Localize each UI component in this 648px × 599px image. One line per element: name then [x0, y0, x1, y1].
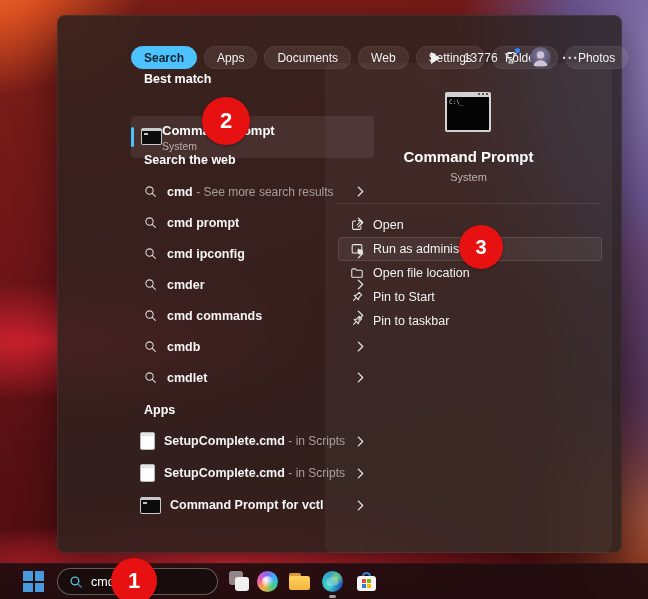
- app-result-text: SetupComplete.cmd - in Scripts: [164, 434, 345, 448]
- taskbar: cmd: [0, 563, 648, 599]
- annotation-step-1: 1: [111, 558, 157, 599]
- search-icon: [144, 185, 157, 198]
- apps-section-header: Apps: [144, 403, 175, 417]
- search-icon: [144, 247, 157, 260]
- best-match-subtitle: System: [162, 140, 197, 152]
- selection-accent-bar: [131, 127, 134, 147]
- play-icon[interactable]: [431, 52, 440, 64]
- app-result-text: Command Prompt for vctl: [170, 498, 324, 512]
- command-prompt-icon: [140, 497, 161, 514]
- suggestion-text: cmdb: [167, 340, 200, 354]
- desktop: { "filter_tabs": [ { "label": "Search", …: [0, 0, 648, 599]
- action-pin-to-taskbar[interactable]: Pin to taskbar: [338, 309, 602, 333]
- tab-apps[interactable]: Apps: [204, 46, 257, 69]
- best-match-header: Best match: [144, 72, 211, 86]
- microsoft-store-icon[interactable]: [356, 571, 377, 592]
- suggestion-text: cmd prompt: [167, 216, 239, 230]
- search-icon: [144, 216, 157, 229]
- running-indicator: [329, 595, 336, 598]
- search-icon: [144, 340, 157, 353]
- action-label: Open: [373, 218, 404, 232]
- cmd-file-icon: [140, 432, 155, 450]
- cmd-file-icon: [140, 464, 155, 482]
- start-button[interactable]: [23, 571, 44, 592]
- annotation-step-2: 2: [202, 97, 250, 145]
- detail-title: Command Prompt: [325, 148, 612, 165]
- search-icon: [69, 575, 83, 589]
- suggestion-text: cmdlet: [167, 371, 207, 385]
- action-label: Open file location: [373, 266, 470, 280]
- action-pin-to-start[interactable]: Pin to Start: [338, 285, 602, 309]
- web-section-header: Search the web: [144, 153, 236, 167]
- divider: [335, 203, 600, 204]
- search-icon: [144, 278, 157, 291]
- more-options-button[interactable]: ···: [562, 53, 579, 63]
- command-prompt-icon: [141, 128, 162, 145]
- open-icon: [349, 218, 364, 232]
- copilot-icon[interactable]: [257, 571, 278, 592]
- tab-search[interactable]: Search: [131, 46, 197, 69]
- pin-icon: [349, 290, 364, 304]
- folder-icon: [349, 266, 364, 280]
- annotation-step-3: 3: [459, 225, 503, 269]
- suggestion-text: cmd ipconfig: [167, 247, 245, 261]
- detail-subtitle: System: [325, 171, 612, 183]
- action-label: Pin to Start: [373, 290, 435, 304]
- pin-icon: [349, 314, 364, 328]
- search-icon: [144, 309, 157, 322]
- admin-shield-icon: [349, 242, 364, 256]
- suggestion-text: cmder: [167, 278, 205, 292]
- suggestion-text: cmd commands: [167, 309, 262, 323]
- search-icon: [144, 371, 157, 384]
- edge-browser-icon[interactable]: [322, 571, 343, 592]
- suggestion-text: cmd - See more search results: [167, 185, 334, 199]
- action-label: Pin to taskbar: [373, 314, 449, 328]
- task-view-icon[interactable]: [229, 571, 250, 592]
- command-prompt-icon-large: [445, 92, 491, 132]
- notification-dot: [515, 48, 520, 53]
- app-result-text: SetupComplete.cmd - in Scripts: [164, 466, 345, 480]
- file-explorer-icon[interactable]: [289, 571, 310, 592]
